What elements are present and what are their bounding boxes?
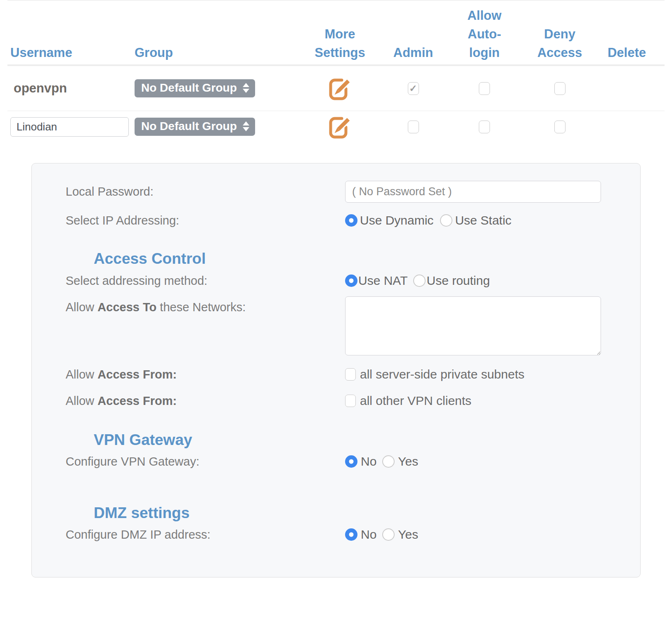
more-settings-edit-button[interactable]: [327, 114, 354, 140]
addressing-method-label: Select addressing method:: [32, 274, 345, 288]
radio-use-nat[interactable]: [345, 275, 357, 287]
access-from-subnets-checkbox[interactable]: ✓: [345, 368, 356, 381]
user-settings-panel: Local Password: Select IP Addressing: Us…: [31, 163, 641, 577]
header-username: Username: [7, 43, 135, 62]
ip-addressing-label: Select IP Addressing:: [32, 214, 345, 227]
check-icon: ✓: [409, 84, 417, 93]
header-group: Group: [135, 43, 296, 62]
edit-pencil-icon: [327, 96, 354, 102]
local-password-input[interactable]: [345, 181, 601, 203]
access-from-label: Allow Access From:: [32, 368, 345, 381]
radio-use-nat-label[interactable]: Use NAT: [358, 274, 407, 288]
header-admin: Admin: [384, 43, 442, 62]
local-password-label: Local Password:: [32, 181, 345, 199]
dmz-settings-heading: DMZ settings: [94, 505, 640, 521]
ip-addressing-row: Select IP Addressing: Use Dynamic Use St…: [32, 213, 640, 227]
table-row: openvpn No Default Group: [7, 66, 665, 111]
group-select-value: No Default Group: [141, 81, 237, 95]
access-from-clients-checkbox[interactable]: ✓: [345, 395, 356, 407]
table-header-row: Username Group More Settings Admin Allow…: [7, 0, 665, 66]
access-from-clients-label[interactable]: all other VPN clients: [360, 394, 471, 408]
deny-access-checkbox[interactable]: ✓: [554, 121, 566, 133]
select-caret-icon: [243, 121, 249, 131]
access-to-networks-textarea[interactable]: [345, 296, 601, 355]
user-permissions-table: Username Group More Settings Admin Allow…: [7, 0, 665, 142]
configure-dmz-row: Configure DMZ IP address: No Yes: [32, 528, 640, 542]
radio-use-dynamic[interactable]: [345, 214, 357, 227]
configure-dmz-label: Configure DMZ IP address:: [32, 528, 345, 542]
allow-autologin-checkbox[interactable]: ✓: [479, 121, 490, 133]
allow-autologin-checkbox[interactable]: ✓: [479, 82, 490, 95]
access-from-subnets-row: Allow Access From: ✓ all server-side pri…: [32, 367, 640, 381]
admin-checkbox[interactable]: ✓: [408, 121, 419, 133]
group-select[interactable]: No Default Group: [135, 118, 255, 136]
radio-use-routing-label[interactable]: Use routing: [426, 274, 490, 288]
access-to-networks-row: Allow Access To these Networks:: [32, 296, 640, 355]
group-select-value: No Default Group: [141, 120, 237, 133]
deny-access-checkbox[interactable]: ✓: [554, 82, 566, 95]
configure-vpn-gateway-label: Configure VPN Gateway:: [32, 455, 345, 469]
user-permissions-page: Username Group More Settings Admin Allow…: [0, 0, 672, 620]
header-deny-access: Deny Access: [527, 25, 593, 62]
radio-gateway-no-label[interactable]: No: [361, 454, 376, 469]
access-from-label: Allow Access From:: [32, 394, 345, 408]
radio-use-static[interactable]: [440, 214, 452, 227]
header-delete: Delete: [593, 43, 661, 62]
radio-use-static-label[interactable]: Use Static: [455, 213, 511, 227]
configure-vpn-gateway-row: Configure VPN Gateway: No Yes: [32, 454, 640, 469]
radio-gateway-yes[interactable]: [382, 455, 395, 468]
username-openvpn: openvpn: [10, 81, 67, 95]
select-caret-icon: [243, 83, 249, 93]
edit-pencil-icon: [327, 135, 354, 141]
radio-dmz-no-label[interactable]: No: [361, 528, 376, 542]
group-select[interactable]: No Default Group: [135, 79, 255, 97]
radio-use-dynamic-label[interactable]: Use Dynamic: [360, 213, 433, 227]
access-control-heading: Access Control: [94, 251, 640, 267]
radio-use-routing[interactable]: [413, 275, 426, 287]
vpn-gateway-heading: VPN Gateway: [94, 432, 640, 448]
access-from-clients-row: Allow Access From: ✓ all other VPN clien…: [32, 394, 640, 408]
header-allow-autologin: Allow Auto- login: [442, 6, 527, 62]
radio-gateway-yes-label[interactable]: Yes: [398, 454, 418, 469]
radio-dmz-yes[interactable]: [382, 528, 395, 541]
more-settings-edit-button[interactable]: [327, 76, 354, 101]
admin-checkbox[interactable]: ✓: [408, 82, 419, 95]
new-username-input[interactable]: [10, 117, 129, 137]
table-row: No Default Group: [7, 111, 665, 142]
local-password-row: Local Password:: [32, 181, 640, 203]
addressing-method-row: Select addressing method: Use NAT Use ro…: [32, 274, 640, 288]
radio-gateway-no[interactable]: [345, 455, 357, 468]
radio-dmz-yes-label[interactable]: Yes: [398, 528, 418, 542]
access-to-networks-label: Allow Access To these Networks:: [32, 296, 345, 314]
radio-dmz-no[interactable]: [345, 528, 357, 541]
header-more-settings: More Settings: [296, 25, 384, 62]
access-from-subnets-label[interactable]: all server-side private subnets: [360, 367, 525, 381]
